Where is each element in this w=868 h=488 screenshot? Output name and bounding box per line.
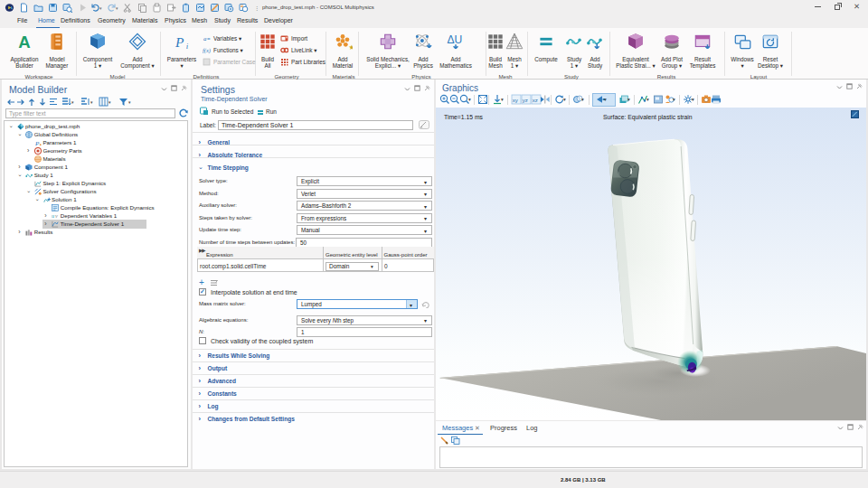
svg-text:f(x): f(x) xyxy=(203,47,211,54)
svg-text:P: P xyxy=(34,139,40,145)
svg-text:yz: yz xyxy=(523,98,528,103)
svg-text:u: u xyxy=(52,212,54,219)
svg-text:P: P xyxy=(175,34,184,50)
svg-text:xz: xz xyxy=(533,98,538,103)
svg-text:=: = xyxy=(207,36,211,42)
svg-text:A: A xyxy=(18,33,31,52)
svg-text:Surface: Equivalent plastic st: Surface: Equivalent plastic strain xyxy=(603,114,693,121)
svg-text:xy: xy xyxy=(513,98,518,103)
svg-text:v: v xyxy=(55,212,58,219)
svg-text:Time=1.15 ms: Time=1.15 ms xyxy=(444,114,484,120)
svg-text:ΔU: ΔU xyxy=(447,33,462,46)
svg-text:★: ★ xyxy=(349,43,353,52)
svg-text:i: i xyxy=(186,42,189,51)
